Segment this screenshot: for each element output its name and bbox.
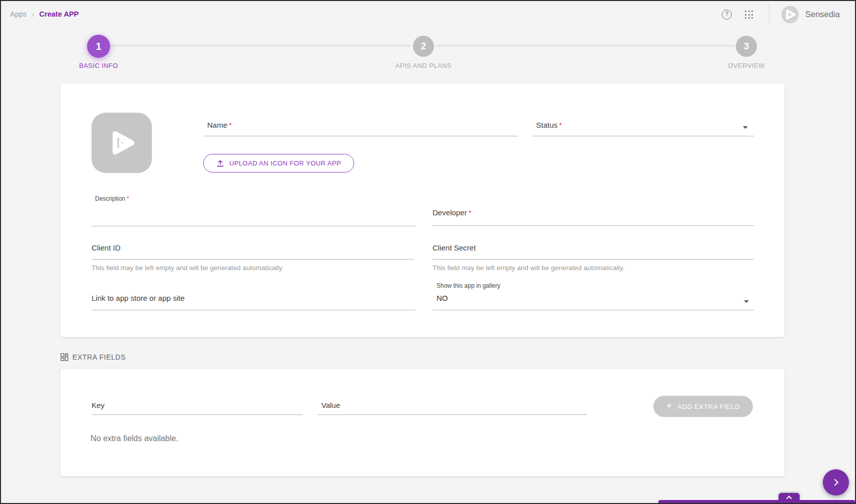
app-logo-icon <box>103 124 140 161</box>
step-1-label: BASIC INFO <box>48 62 149 69</box>
gallery-field-label: Show this app in gallery <box>437 282 500 289</box>
page-title: Create APP <box>39 10 78 18</box>
step-2-circle[interactable]: 2 <box>413 36 434 57</box>
step-1-circle[interactable]: 1 <box>87 35 110 58</box>
client-secret-input[interactable] <box>433 240 754 259</box>
status-underline <box>532 136 754 136</box>
developer-input[interactable] <box>433 205 754 224</box>
client-id-underline <box>92 259 414 260</box>
name-underline <box>203 136 518 136</box>
empty-extra-fields-message: No extra fields available. <box>91 434 178 443</box>
create-app-page: Apps › Create APP ? Sensedia 1 2 3 BASIC… <box>0 0 856 504</box>
required-marker: * <box>127 195 129 202</box>
bottom-sheet-bar[interactable] <box>658 500 855 504</box>
link-input[interactable] <box>92 291 415 309</box>
apps-grid-icon[interactable] <box>745 11 753 19</box>
app-icon-placeholder <box>92 113 152 173</box>
value-underline <box>317 414 587 415</box>
gallery-dropdown-arrow-icon[interactable] <box>744 300 749 303</box>
breadcrumb-chevron-icon: › <box>32 11 34 18</box>
developer-underline <box>433 225 754 226</box>
header-divider <box>769 5 769 26</box>
key-input[interactable] <box>92 397 303 414</box>
name-input[interactable] <box>203 117 518 136</box>
status-dropdown-arrow-icon[interactable] <box>743 126 748 129</box>
upload-button-label: UPLOAD AN ICON FOR YOUR APP <box>229 159 341 167</box>
upload-icon-button[interactable]: UPLOAD AN ICON FOR YOUR APP <box>203 154 354 173</box>
step-3-circle[interactable]: 3 <box>736 36 757 57</box>
brand-name: Sensedia <box>805 10 840 19</box>
breadcrumb-apps-link[interactable]: Apps <box>10 10 27 18</box>
basic-info-card: Name* Status* UPLOAD AN ICON FOR YOUR AP… <box>60 83 785 337</box>
key-underline <box>92 414 303 415</box>
step-2-label: APIS AND PLANS <box>373 62 474 69</box>
next-step-fab-button[interactable] <box>823 469 849 495</box>
chevron-right-icon <box>831 479 838 486</box>
client-id-helper-text: This field may be left empty and will be… <box>92 264 284 272</box>
status-dropdown[interactable] <box>532 117 754 136</box>
client-secret-underline <box>433 259 754 260</box>
description-field-label: Description* <box>95 195 129 202</box>
client-secret-helper-text: This field may be left empty and will be… <box>433 264 625 272</box>
extra-fields-section-title: EXTRA FIELDS <box>72 353 126 361</box>
value-input[interactable] <box>317 397 587 414</box>
upload-icon <box>216 159 224 167</box>
gallery-underline <box>433 310 754 310</box>
extra-fields-card: Key Value + ADD EXTRA FIELD No extra fie… <box>60 369 785 476</box>
extra-fields-section-header: EXTRA FIELDS <box>60 353 126 361</box>
description-underline <box>92 226 415 226</box>
add-extra-field-label: ADD EXTRA FIELD <box>677 403 740 410</box>
description-input[interactable] <box>92 202 415 225</box>
client-id-input[interactable] <box>92 240 414 259</box>
gallery-dropdown[interactable] <box>433 290 754 309</box>
extra-fields-icon <box>60 353 68 361</box>
plus-icon: + <box>666 401 672 411</box>
stepper-connector-1 <box>111 45 411 47</box>
sensedia-logo-icon <box>781 6 799 24</box>
link-underline <box>92 310 415 310</box>
step-3-label: OVERVIEW <box>696 62 797 69</box>
stepper-connector-2 <box>436 45 735 47</box>
add-extra-field-button[interactable]: + ADD EXTRA FIELD <box>653 396 753 417</box>
breadcrumb: Apps › Create APP <box>10 10 79 18</box>
help-icon[interactable]: ? <box>722 10 732 20</box>
